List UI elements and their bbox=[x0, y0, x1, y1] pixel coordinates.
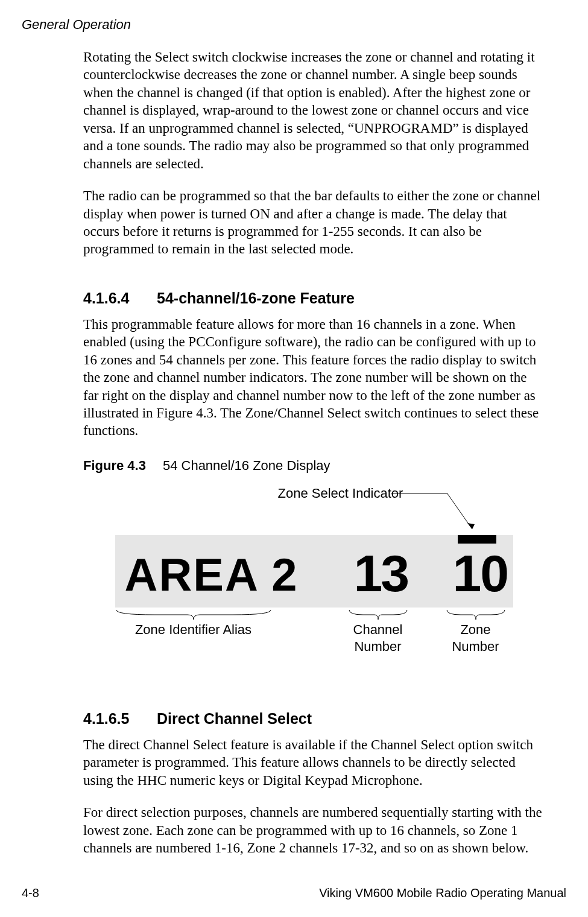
page-number: 4-8 bbox=[22, 886, 39, 900]
figure-number: Figure 4.3 bbox=[83, 458, 146, 473]
zone-select-indicator-bar bbox=[458, 535, 496, 544]
book-title: Viking VM600 Mobile Radio Operating Manu… bbox=[319, 886, 566, 900]
lcd-zone-number: 10 bbox=[453, 544, 508, 603]
running-header: General Operation bbox=[22, 17, 131, 33]
section-title: Direct Channel Select bbox=[157, 710, 312, 727]
brace-label-channel-2: Number bbox=[348, 639, 408, 655]
section-4-1-6-5-body-1: The direct Channel Select feature is ava… bbox=[83, 736, 545, 789]
lcd-zone-alias: AREA 2 bbox=[125, 548, 299, 601]
brace-label-zone-2: Number bbox=[446, 639, 506, 655]
paragraph-2: The radio can be programmed so that the … bbox=[83, 187, 545, 258]
brace-label-channel-1: Channel bbox=[348, 622, 408, 638]
figure-4-3: Zone Select Indicator AREA 2 13 10 Zone … bbox=[91, 486, 513, 679]
figure-title: 54 Channel/16 Zone Display bbox=[163, 458, 330, 473]
figure-caption-4-3: Figure 4.354 Channel/16 Zone Display bbox=[83, 458, 545, 474]
brace-icon bbox=[115, 609, 272, 621]
brace-zone: Zone Number bbox=[446, 609, 506, 655]
body-column: Rotating the Select switch clockwise inc… bbox=[83, 48, 545, 872]
brace-channel: Channel Number bbox=[348, 609, 408, 655]
brace-label-zone-alias: Zone Identifier Alias bbox=[115, 622, 272, 638]
section-title: 54-channel/16-zone Feature bbox=[157, 290, 355, 306]
section-4-1-6-4-body: This programmable feature allows for mor… bbox=[83, 316, 545, 440]
lcd-display: AREA 2 13 10 bbox=[115, 535, 513, 608]
callout-zone-select-indicator: Zone Select Indicator bbox=[278, 486, 403, 501]
section-number: 4.1.6.4 bbox=[83, 290, 157, 307]
page: General Operation Rotating the Select sw… bbox=[0, 0, 588, 917]
section-4-1-6-5-body-2: For direct selection purposes, channels … bbox=[83, 804, 545, 857]
brace-icon bbox=[348, 609, 408, 621]
brace-icon bbox=[446, 609, 506, 621]
lcd-channel-number: 13 bbox=[354, 544, 408, 603]
brace-zone-alias: Zone Identifier Alias bbox=[115, 609, 272, 638]
section-heading-4-1-6-4: 4.1.6.454-channel/16-zone Feature bbox=[83, 290, 545, 307]
page-footer: 4-8 Viking VM600 Mobile Radio Operating … bbox=[22, 886, 566, 900]
section-number: 4.1.6.5 bbox=[83, 710, 157, 728]
callout-arrow-icon bbox=[391, 493, 488, 541]
brace-label-zone-1: Zone bbox=[446, 622, 506, 638]
paragraph-1: Rotating the Select switch clockwise inc… bbox=[83, 48, 545, 173]
svg-marker-1 bbox=[467, 523, 475, 529]
section-heading-4-1-6-5: 4.1.6.5Direct Channel Select bbox=[83, 710, 545, 728]
